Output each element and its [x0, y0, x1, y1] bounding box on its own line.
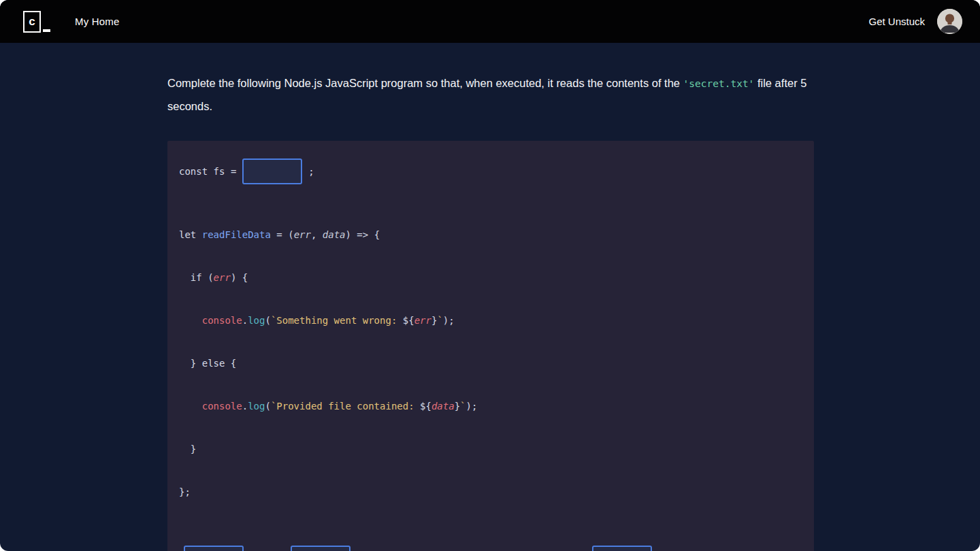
code-line: let readFileData = (err, data) => {: [179, 228, 800, 242]
code-blank-input-4[interactable]: [592, 546, 652, 551]
code-line: console.log(`Provided file contained: ${…: [179, 399, 800, 414]
logo-letter: c: [23, 11, 41, 33]
code-line: }: [179, 442, 800, 456]
code-line-1: const fs = ;: [179, 158, 800, 184]
code-blank-input-3[interactable]: [291, 546, 350, 551]
app-window: c My Home Get Unstuck Complete the follo…: [0, 0, 980, 551]
top-navigation-bar: c My Home Get Unstuck: [0, 0, 980, 43]
lesson-content: Complete the following Node.js JavaScrip…: [0, 43, 980, 551]
code-final-line: (() => ('./secret.txt', 'utf-8', readFil…: [179, 546, 800, 551]
logo-underscore-icon: [43, 29, 50, 32]
code-line: console.log(`Something went wrong: ${err…: [179, 314, 800, 328]
user-avatar[interactable]: [937, 9, 962, 34]
code-line: };: [179, 485, 800, 499]
question-text-before: Complete the following Node.js JavaScrip…: [167, 77, 683, 89]
nav-my-home-link[interactable]: My Home: [75, 16, 120, 27]
code-line1-tokens: const fs =: [179, 166, 236, 177]
code-line1-end: ;: [308, 166, 314, 177]
question-inline-code: 'secret.txt': [683, 78, 755, 89]
code-blank-input-1[interactable]: [242, 158, 302, 184]
code-line: if (err) {: [179, 271, 800, 285]
code-line: } else {: [179, 356, 800, 371]
get-unstuck-link[interactable]: Get Unstuck: [868, 16, 925, 27]
question-text: Complete the following Node.js JavaScrip…: [167, 72, 811, 118]
codecademy-logo[interactable]: c: [23, 11, 50, 33]
code-editor-panel: const fs = ; let readFileData = (err, da…: [167, 141, 814, 551]
avatar-photo-icon: [937, 9, 962, 34]
code-blank-input-2[interactable]: [184, 546, 244, 551]
code-body: let readFileData = (err, data) => { if (…: [179, 199, 800, 528]
